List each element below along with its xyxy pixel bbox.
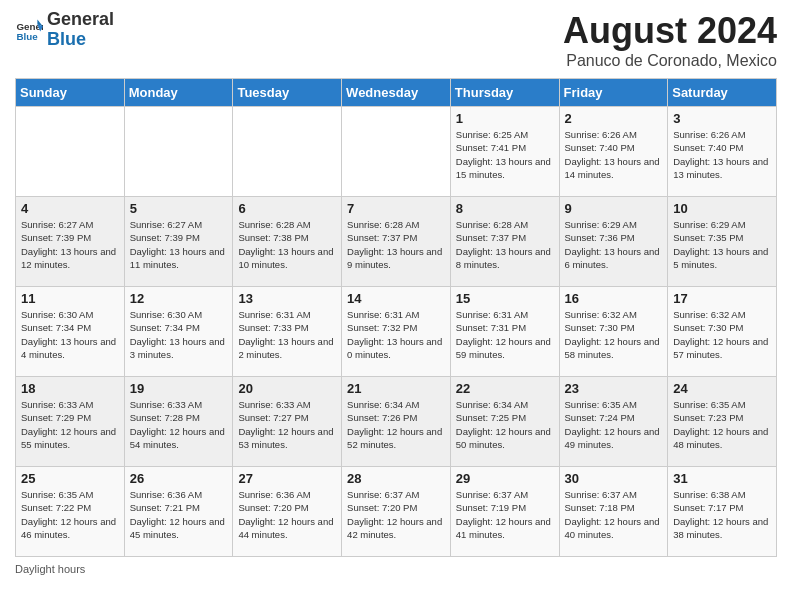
calendar-day-cell: 14Sunrise: 6:31 AMSunset: 7:32 PMDayligh… <box>342 287 451 377</box>
day-info: Sunrise: 6:32 AMSunset: 7:30 PMDaylight:… <box>673 308 771 361</box>
day-info: Sunrise: 6:36 AMSunset: 7:20 PMDaylight:… <box>238 488 336 541</box>
day-number: 15 <box>456 291 554 306</box>
day-info: Sunrise: 6:37 AMSunset: 7:19 PMDaylight:… <box>456 488 554 541</box>
calendar-header-sunday: Sunday <box>16 79 125 107</box>
calendar-day-cell <box>124 107 233 197</box>
day-info: Sunrise: 6:27 AMSunset: 7:39 PMDaylight:… <box>130 218 228 271</box>
calendar-day-cell: 27Sunrise: 6:36 AMSunset: 7:20 PMDayligh… <box>233 467 342 557</box>
day-number: 10 <box>673 201 771 216</box>
calendar-day-cell: 2Sunrise: 6:26 AMSunset: 7:40 PMDaylight… <box>559 107 668 197</box>
day-info: Sunrise: 6:27 AMSunset: 7:39 PMDaylight:… <box>21 218 119 271</box>
logo: General Blue General Blue <box>15 10 114 50</box>
day-info: Sunrise: 6:36 AMSunset: 7:21 PMDaylight:… <box>130 488 228 541</box>
day-number: 27 <box>238 471 336 486</box>
day-info: Sunrise: 6:33 AMSunset: 7:27 PMDaylight:… <box>238 398 336 451</box>
day-number: 29 <box>456 471 554 486</box>
day-number: 31 <box>673 471 771 486</box>
calendar-header-wednesday: Wednesday <box>342 79 451 107</box>
logo-text-general: General <box>47 10 114 30</box>
day-info: Sunrise: 6:33 AMSunset: 7:29 PMDaylight:… <box>21 398 119 451</box>
day-info: Sunrise: 6:35 AMSunset: 7:22 PMDaylight:… <box>21 488 119 541</box>
calendar-day-cell: 31Sunrise: 6:38 AMSunset: 7:17 PMDayligh… <box>668 467 777 557</box>
calendar-day-cell: 29Sunrise: 6:37 AMSunset: 7:19 PMDayligh… <box>450 467 559 557</box>
calendar-day-cell: 17Sunrise: 6:32 AMSunset: 7:30 PMDayligh… <box>668 287 777 377</box>
calendar-day-cell: 23Sunrise: 6:35 AMSunset: 7:24 PMDayligh… <box>559 377 668 467</box>
calendar-day-cell: 28Sunrise: 6:37 AMSunset: 7:20 PMDayligh… <box>342 467 451 557</box>
day-number: 22 <box>456 381 554 396</box>
day-number: 23 <box>565 381 663 396</box>
calendar-header-thursday: Thursday <box>450 79 559 107</box>
day-number: 9 <box>565 201 663 216</box>
calendar-day-cell <box>233 107 342 197</box>
day-info: Sunrise: 6:31 AMSunset: 7:32 PMDaylight:… <box>347 308 445 361</box>
day-info: Sunrise: 6:33 AMSunset: 7:28 PMDaylight:… <box>130 398 228 451</box>
day-info: Sunrise: 6:26 AMSunset: 7:40 PMDaylight:… <box>565 128 663 181</box>
day-info: Sunrise: 6:30 AMSunset: 7:34 PMDaylight:… <box>130 308 228 361</box>
day-number: 8 <box>456 201 554 216</box>
day-number: 24 <box>673 381 771 396</box>
svg-text:Blue: Blue <box>16 31 38 42</box>
day-number: 18 <box>21 381 119 396</box>
calendar-week-row: 4Sunrise: 6:27 AMSunset: 7:39 PMDaylight… <box>16 197 777 287</box>
calendar-header-saturday: Saturday <box>668 79 777 107</box>
calendar-table: SundayMondayTuesdayWednesdayThursdayFrid… <box>15 78 777 557</box>
calendar-day-cell: 20Sunrise: 6:33 AMSunset: 7:27 PMDayligh… <box>233 377 342 467</box>
calendar-day-cell: 7Sunrise: 6:28 AMSunset: 7:37 PMDaylight… <box>342 197 451 287</box>
day-number: 26 <box>130 471 228 486</box>
day-number: 2 <box>565 111 663 126</box>
page-subtitle: Panuco de Coronado, Mexico <box>563 52 777 70</box>
day-number: 6 <box>238 201 336 216</box>
day-info: Sunrise: 6:37 AMSunset: 7:20 PMDaylight:… <box>347 488 445 541</box>
day-info: Sunrise: 6:31 AMSunset: 7:31 PMDaylight:… <box>456 308 554 361</box>
calendar-header-friday: Friday <box>559 79 668 107</box>
day-number: 14 <box>347 291 445 306</box>
day-number: 5 <box>130 201 228 216</box>
day-info: Sunrise: 6:28 AMSunset: 7:37 PMDaylight:… <box>347 218 445 271</box>
calendar-day-cell: 9Sunrise: 6:29 AMSunset: 7:36 PMDaylight… <box>559 197 668 287</box>
day-info: Sunrise: 6:29 AMSunset: 7:36 PMDaylight:… <box>565 218 663 271</box>
day-number: 17 <box>673 291 771 306</box>
footer-note: Daylight hours <box>15 563 777 575</box>
calendar-week-row: 1Sunrise: 6:25 AMSunset: 7:41 PMDaylight… <box>16 107 777 197</box>
day-number: 7 <box>347 201 445 216</box>
day-info: Sunrise: 6:37 AMSunset: 7:18 PMDaylight:… <box>565 488 663 541</box>
logo-icon: General Blue <box>15 16 43 44</box>
day-number: 12 <box>130 291 228 306</box>
day-info: Sunrise: 6:28 AMSunset: 7:37 PMDaylight:… <box>456 218 554 271</box>
page-title: August 2024 <box>563 10 777 52</box>
calendar-day-cell: 8Sunrise: 6:28 AMSunset: 7:37 PMDaylight… <box>450 197 559 287</box>
day-number: 28 <box>347 471 445 486</box>
calendar-day-cell: 12Sunrise: 6:30 AMSunset: 7:34 PMDayligh… <box>124 287 233 377</box>
calendar-day-cell: 6Sunrise: 6:28 AMSunset: 7:38 PMDaylight… <box>233 197 342 287</box>
calendar-day-cell: 26Sunrise: 6:36 AMSunset: 7:21 PMDayligh… <box>124 467 233 557</box>
day-number: 25 <box>21 471 119 486</box>
calendar-day-cell: 30Sunrise: 6:37 AMSunset: 7:18 PMDayligh… <box>559 467 668 557</box>
day-info: Sunrise: 6:28 AMSunset: 7:38 PMDaylight:… <box>238 218 336 271</box>
calendar-day-cell <box>342 107 451 197</box>
calendar-day-cell: 11Sunrise: 6:30 AMSunset: 7:34 PMDayligh… <box>16 287 125 377</box>
calendar-day-cell: 4Sunrise: 6:27 AMSunset: 7:39 PMDaylight… <box>16 197 125 287</box>
day-info: Sunrise: 6:34 AMSunset: 7:25 PMDaylight:… <box>456 398 554 451</box>
day-info: Sunrise: 6:26 AMSunset: 7:40 PMDaylight:… <box>673 128 771 181</box>
day-info: Sunrise: 6:32 AMSunset: 7:30 PMDaylight:… <box>565 308 663 361</box>
day-number: 16 <box>565 291 663 306</box>
calendar-day-cell: 3Sunrise: 6:26 AMSunset: 7:40 PMDaylight… <box>668 107 777 197</box>
calendar-week-row: 11Sunrise: 6:30 AMSunset: 7:34 PMDayligh… <box>16 287 777 377</box>
day-info: Sunrise: 6:25 AMSunset: 7:41 PMDaylight:… <box>456 128 554 181</box>
day-number: 21 <box>347 381 445 396</box>
day-info: Sunrise: 6:35 AMSunset: 7:24 PMDaylight:… <box>565 398 663 451</box>
day-info: Sunrise: 6:30 AMSunset: 7:34 PMDaylight:… <box>21 308 119 361</box>
day-number: 11 <box>21 291 119 306</box>
day-number: 3 <box>673 111 771 126</box>
calendar-day-cell: 1Sunrise: 6:25 AMSunset: 7:41 PMDaylight… <box>450 107 559 197</box>
day-info: Sunrise: 6:35 AMSunset: 7:23 PMDaylight:… <box>673 398 771 451</box>
calendar-day-cell: 22Sunrise: 6:34 AMSunset: 7:25 PMDayligh… <box>450 377 559 467</box>
calendar-header-row: SundayMondayTuesdayWednesdayThursdayFrid… <box>16 79 777 107</box>
day-number: 30 <box>565 471 663 486</box>
day-info: Sunrise: 6:29 AMSunset: 7:35 PMDaylight:… <box>673 218 771 271</box>
calendar-day-cell: 21Sunrise: 6:34 AMSunset: 7:26 PMDayligh… <box>342 377 451 467</box>
calendar-header-monday: Monday <box>124 79 233 107</box>
day-number: 13 <box>238 291 336 306</box>
calendar-week-row: 18Sunrise: 6:33 AMSunset: 7:29 PMDayligh… <box>16 377 777 467</box>
page-header: General Blue General Blue August 2024 Pa… <box>15 10 777 70</box>
